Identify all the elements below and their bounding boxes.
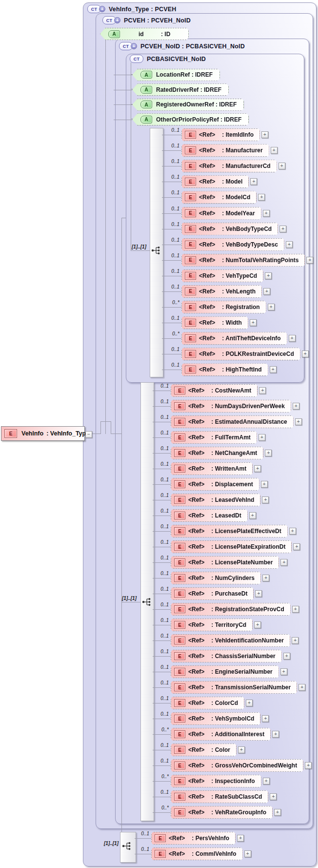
element-box[interactable]: E <Ref> : EstimatedAnnualDistance bbox=[171, 415, 294, 428]
element-box[interactable]: E <Ref> : NetChangeAmt bbox=[171, 447, 263, 459]
expand-icon[interactable]: + bbox=[244, 850, 251, 857]
element-box[interactable]: E <Ref> : ItemIdInfo bbox=[181, 128, 260, 141]
expand-icon[interactable]: + bbox=[289, 528, 296, 535]
element-box[interactable]: E <Ref> : Displacement bbox=[171, 478, 259, 491]
element-box[interactable]: E <Ref> : PurchaseDt bbox=[171, 587, 254, 600]
expand-icon[interactable]: + bbox=[258, 434, 265, 441]
expand-icon[interactable]: + bbox=[302, 351, 309, 357]
expand-icon[interactable]: + bbox=[306, 257, 313, 264]
expand-icon[interactable]: + bbox=[270, 793, 277, 800]
expand-icon[interactable]: + bbox=[292, 637, 298, 644]
expand-icon[interactable]: + bbox=[293, 403, 299, 410]
element-box[interactable]: E <Ref> : NumCylinders bbox=[171, 572, 261, 584]
element-box[interactable]: E <Ref> : WrittenAmt bbox=[171, 462, 253, 475]
expand-icon[interactable]: + bbox=[255, 590, 262, 597]
element-box[interactable]: E <Ref> : AdditionalInterest bbox=[171, 728, 271, 741]
expand-icon[interactable]: + bbox=[237, 835, 244, 842]
element-box[interactable]: E <Ref> : CommlVehInfo bbox=[151, 847, 243, 860]
expand-icon[interactable]: + bbox=[270, 366, 277, 373]
expand-icon[interactable]: + bbox=[289, 335, 296, 342]
element-box[interactable]: E <Ref> : PersVehInfo bbox=[151, 832, 236, 845]
expand-icon[interactable]: + bbox=[262, 496, 269, 503]
expand-icon[interactable]: + bbox=[280, 668, 287, 675]
element-box[interactable]: E <Ref> : LicensePlateEffectiveDt bbox=[171, 525, 288, 537]
element-box[interactable]: E <Ref> : ChassisSerialNumber bbox=[171, 650, 282, 662]
expand-icon[interactable]: + bbox=[263, 210, 270, 217]
expand-icon[interactable]: + bbox=[238, 746, 245, 753]
expand-icon[interactable]: + bbox=[278, 163, 285, 169]
expand-icon[interactable]: + bbox=[286, 241, 293, 248]
element-box[interactable]: E <Ref> : POLKRestraintDeviceCd bbox=[181, 348, 300, 360]
element-box[interactable]: E <Ref> : VehLength bbox=[181, 285, 262, 298]
expand-icon[interactable]: + bbox=[295, 418, 302, 425]
element-box[interactable]: E <Ref> : FullTermAmt bbox=[171, 431, 257, 444]
expand-icon[interactable]: + bbox=[261, 131, 268, 138]
header-vehinfo-type[interactable]: CT+ VehInfo_Type : PCVEH bbox=[87, 5, 177, 13]
element-box[interactable]: E <Ref> : VehRateGroupInfo bbox=[171, 806, 273, 819]
attribute-box[interactable]: A OtherOrPriorPolicyRef : IDREF bbox=[132, 113, 249, 125]
element-box[interactable]: E <Ref> : LicensePlateExpirationDt bbox=[171, 540, 292, 553]
expand-icon[interactable]: + bbox=[261, 481, 268, 488]
element-box[interactable]: E <Ref> : VehBodyTypeDesc bbox=[181, 238, 284, 251]
choice-icon[interactable] bbox=[122, 842, 132, 850]
element-box[interactable]: E <Ref> : HighTheftInd bbox=[181, 363, 268, 376]
element-box[interactable]: E <Ref> : EngineSerialNumber bbox=[171, 665, 279, 678]
expand-icon[interactable]: + bbox=[263, 778, 270, 785]
expand-icon[interactable]: + bbox=[254, 465, 261, 472]
expand-icon[interactable]: + bbox=[272, 731, 279, 738]
expand-icon[interactable]: + bbox=[246, 700, 253, 706]
element-box[interactable]: E <Ref> : Registration bbox=[181, 301, 266, 313]
expand-icon[interactable]: + bbox=[293, 543, 300, 550]
expand-icon[interactable]: + bbox=[262, 575, 269, 581]
element-box[interactable]: E <Ref> : VehBodyTypeCd bbox=[181, 223, 278, 235]
global-element-vehinfo[interactable]: E VehInfo : VehInfo_Type bbox=[1, 426, 85, 441]
element-box[interactable]: E <Ref> : InspectionInfo bbox=[171, 775, 261, 787]
expand-icon[interactable]: + bbox=[258, 194, 265, 201]
element-box[interactable]: E <Ref> : TerritoryCd bbox=[171, 619, 253, 631]
sequence-icon[interactable] bbox=[151, 246, 161, 255]
element-box[interactable]: E <Ref> : VehSymbolCd bbox=[171, 712, 260, 725]
header-pcveh[interactable]: CT+ PCVEH : PCVEH_NoID bbox=[102, 16, 191, 24]
element-box[interactable]: E <Ref> : LicensePlateNumber bbox=[171, 556, 279, 569]
element-box[interactable]: E <Ref> : ColorCd bbox=[171, 697, 244, 709]
element-box[interactable]: E <Ref> : Width bbox=[181, 316, 248, 329]
expand-icon[interactable]: + bbox=[259, 387, 266, 394]
expand-icon[interactable]: + bbox=[263, 288, 270, 295]
element-box[interactable]: E <Ref> : LeasedDt bbox=[171, 509, 248, 522]
attribute-box[interactable]: A LocationRef : IDREF bbox=[132, 69, 220, 81]
element-box[interactable]: E <Ref> : ModelYear bbox=[181, 207, 261, 220]
attribute-box[interactable]: A RegisteredOwnerRef : IDREF bbox=[132, 99, 244, 111]
element-box[interactable]: E <Ref> : AntiTheftDeviceInfo bbox=[181, 332, 287, 345]
expand-icon[interactable]: + bbox=[268, 304, 275, 310]
element-box[interactable]: E <Ref> : RegistrationStateProvCd bbox=[171, 603, 291, 616]
expand-icon[interactable]: + bbox=[250, 319, 257, 326]
expand-icon[interactable]: + bbox=[305, 762, 312, 769]
element-box[interactable]: E <Ref> : TransmissionSerialNumber bbox=[171, 681, 297, 694]
element-box[interactable]: E <Ref> : ManufacturerCd bbox=[181, 160, 277, 172]
expand-icon[interactable]: + bbox=[292, 606, 299, 613]
expand-icon[interactable]: + bbox=[265, 272, 272, 279]
collapse-icon[interactable]: − bbox=[85, 431, 92, 438]
attribute-box[interactable]: A RatedDriverRef : IDREF bbox=[132, 83, 229, 96]
element-box[interactable]: E <Ref> : Manufacturer bbox=[181, 144, 269, 157]
element-box[interactable]: E <Ref> : VehTypeCd bbox=[181, 269, 263, 282]
element-box[interactable]: E <Ref> : Model bbox=[181, 175, 249, 188]
expand-icon[interactable]: + bbox=[265, 450, 272, 456]
element-box[interactable]: E <Ref> : VehIdentificationNumber bbox=[171, 634, 290, 647]
expand-icon[interactable]: + bbox=[279, 226, 286, 232]
element-box[interactable]: E <Ref> : RateSubClassCd bbox=[171, 790, 268, 803]
element-box[interactable]: E <Ref> : Color bbox=[171, 744, 237, 756]
sequence-icon[interactable] bbox=[142, 598, 152, 606]
expand-icon[interactable]: + bbox=[298, 684, 305, 691]
expand-icon[interactable]: + bbox=[283, 653, 290, 660]
expand-icon[interactable]: + bbox=[271, 147, 278, 154]
attribute-id[interactable]: A id : ID bbox=[100, 28, 189, 40]
element-box[interactable]: E <Ref> : CostNewAmt bbox=[171, 384, 258, 397]
expand-icon[interactable]: + bbox=[254, 621, 261, 628]
expand-icon[interactable]: + bbox=[250, 178, 257, 185]
expand-icon[interactable]: + bbox=[274, 809, 281, 816]
header-pcbasicveh-noid[interactable]: CT PCBASICVEH_NoID bbox=[130, 55, 206, 63]
element-box[interactable]: E <Ref> : GrossVehOrCombinedWeight bbox=[171, 759, 303, 772]
header-pcveh-noid[interactable]: CT+ PCVEH_NoID : PCBASICVEH_NoID bbox=[119, 42, 245, 50]
element-box[interactable]: E <Ref> : NumTotalVehRatingPoints bbox=[181, 254, 305, 267]
